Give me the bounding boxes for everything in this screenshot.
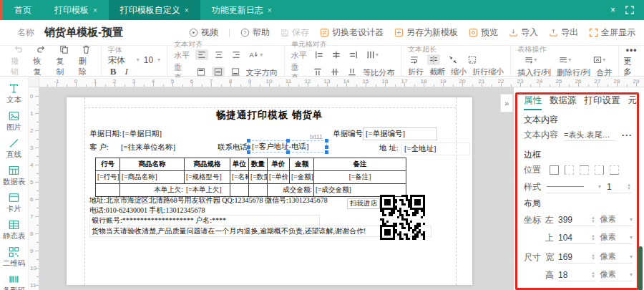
address-label[interactable]: 地 址: [379, 143, 399, 153]
table-cell[interactable]: [=名称] [230, 171, 249, 184]
save-button[interactable]: 保存 [280, 26, 309, 39]
size-width-unit-select[interactable]: 像素▾ [600, 251, 633, 264]
merge-cells-label[interactable]: 合并 [596, 67, 612, 77]
phone-label[interactable]: 联系电话: [218, 142, 250, 153]
table-header-cell[interactable]: 单位 [230, 158, 249, 171]
spinner-icon[interactable]: ▲▼ [591, 234, 595, 241]
address-field[interactable]: [=全地址] [401, 142, 470, 155]
table-cell[interactable]: [=备注] [314, 171, 406, 184]
border-all-checkbox[interactable] [550, 165, 559, 175]
size-height-unit-select[interactable]: 像素▾ [600, 269, 633, 281]
valign-top-button[interactable] [195, 67, 208, 77]
resize-handle[interactable] [286, 150, 290, 154]
import-button[interactable]: 导入 [509, 26, 538, 39]
resize-handle[interactable] [247, 139, 250, 142]
close-icon[interactable]: × [610, 5, 615, 15]
tab-print-template[interactable]: 打印模板× [43, 0, 109, 20]
cell-align-middle-button[interactable] [328, 67, 341, 77]
panel-tab-print-settings[interactable]: 打印设置 [585, 95, 620, 107]
customer-label[interactable]: 客 户: [89, 142, 109, 153]
tab-print-template-custom[interactable]: 打印模板自定义× [109, 0, 200, 20]
table-cell[interactable]: [=金额] [290, 171, 314, 184]
footer-phone-line[interactable]: 电话:010-62430001 手机:13012345678 [89, 206, 205, 216]
table-cell[interactable]: [=行号] [96, 171, 120, 184]
coord-top-input[interactable]: 104▲▼ [558, 231, 595, 244]
table-cell[interactable]: 成交金额: [268, 184, 314, 196]
cell-align-right-button[interactable] [347, 49, 360, 60]
cell-align-top-button[interactable] [311, 67, 324, 77]
ellipsis-more-button[interactable]: ··· [622, 130, 633, 140]
resize-handle[interactable] [286, 139, 290, 142]
distribute-label[interactable]: 等比分布 [363, 67, 394, 77]
size-height-input[interactable]: 18▲▼ [558, 269, 595, 281]
palette-item-text[interactable]: 文本 [6, 83, 21, 105]
merge-cells-icon[interactable]: ▾ [591, 54, 607, 66]
border-top-checkbox[interactable] [580, 165, 589, 175]
table-header-cell[interactable]: 单价 [268, 158, 290, 171]
spinner-icon[interactable]: ▲▼ [591, 271, 595, 279]
save-as-new-template-button[interactable]: 另存为新模板 [394, 26, 458, 39]
design-canvas[interactable]: 畅捷通打印模板 销货单 单据日期: [=单据日期] 单据编号: [=单据编号] … [39, 87, 514, 290]
undo-button[interactable]: 撤销 [11, 44, 26, 77]
border-bottom-checkbox[interactable] [610, 165, 619, 175]
table-cell[interactable] [230, 184, 249, 196]
more-button[interactable]: ••• 更多 [619, 46, 644, 76]
redo-button[interactable]: 恢复 [34, 44, 49, 77]
help-button[interactable]: ? 帮助 [240, 26, 270, 39]
palette-item-static-table[interactable]: 静态表 [3, 219, 26, 241]
text-direction-button[interactable]: A▾ [247, 49, 264, 61]
table-header-cell[interactable]: 金额 [290, 158, 314, 171]
resize-handle[interactable] [325, 150, 328, 154]
tab-home[interactable]: 首页 [3, 0, 43, 20]
font-size-select[interactable]: 10 [144, 55, 153, 65]
delete-row-col-icon[interactable]: ▾ [557, 54, 572, 66]
resize-handle[interactable] [247, 150, 250, 154]
align-right-button[interactable] [230, 49, 243, 60]
truncate-icon[interactable] [427, 54, 440, 65]
border-width-input[interactable]: 1▲▼ [607, 180, 631, 193]
switch-old-designer-button[interactable]: 切换老设计器 [320, 26, 384, 39]
insert-row-col-label[interactable]: 插入行/列 [517, 67, 551, 77]
shrink-label[interactable]: 缩小 [451, 67, 467, 77]
tab-close-icon[interactable]: × [93, 6, 97, 14]
tab-close-icon[interactable]: × [185, 6, 189, 14]
coord-top-unit-select[interactable]: 像素▾ [600, 231, 633, 244]
coord-left-unit-select[interactable]: 像素▾ [600, 213, 633, 226]
order-no-label[interactable]: 单据编号: [333, 129, 365, 139]
tab-close-icon[interactable]: × [268, 6, 272, 14]
border-left-checkbox[interactable] [565, 165, 574, 175]
valign-bottom-button[interactable] [229, 67, 242, 77]
preview-button[interactable]: 预览 [469, 26, 498, 39]
selected-element-phone-field[interactable]: [=客户地址-电话] [248, 140, 327, 153]
goods-table[interactable]: 行号 商品名称 商品规格 单位 数量 单价 金额 备注 [=行号] [=商品名称… [95, 158, 406, 197]
palette-item-qrcode[interactable]: 二维码 [3, 246, 26, 269]
qr-caption[interactable]: 扫我进店 [347, 198, 380, 209]
spinner-icon[interactable]: ▲▼ [627, 183, 631, 190]
bold-button[interactable]: B [108, 67, 119, 77]
valign-middle-button[interactable] [212, 67, 225, 77]
font-family-select[interactable]: 宋体 [108, 55, 132, 65]
wrap-icon[interactable] [408, 54, 421, 65]
cell-align-left-button[interactable] [313, 49, 326, 60]
date-label[interactable]: 单据日期: [89, 129, 122, 139]
date-field[interactable]: [=单据日期] [122, 129, 162, 139]
italic-button[interactable]: I [122, 67, 130, 77]
table-header-cell[interactable]: 备注 [314, 158, 406, 171]
wrap-shrink-icon[interactable] [466, 54, 479, 65]
panel-scrollbar-thumb[interactable] [638, 246, 643, 290]
align-left-button[interactable] [195, 49, 208, 60]
truncate-label[interactable]: 截断 [429, 67, 445, 77]
table-header-cell[interactable]: 商品名称 [120, 158, 185, 171]
insert-row-col-icon[interactable]: ▾ [522, 54, 538, 66]
palette-item-data-table[interactable]: 数据表 [3, 165, 26, 187]
panel-tab-attributes[interactable]: 属性 [524, 95, 542, 107]
resize-handle[interactable] [325, 145, 328, 149]
panel-collapse-button[interactable]: » [500, 94, 513, 112]
table-cell[interactable] [249, 184, 268, 196]
text-content-field[interactable]: =表头.表尾详细字段.客户 [564, 130, 616, 141]
table-cell[interactable]: [=单价] [268, 171, 290, 184]
wrap-shrink-label[interactable]: 折行缩小 [472, 67, 504, 77]
panel-tab-datasource[interactable]: 数据源 [550, 95, 577, 107]
customer-field[interactable]: [=往来单位名称] [121, 142, 175, 153]
shrink-icon[interactable] [447, 54, 459, 65]
